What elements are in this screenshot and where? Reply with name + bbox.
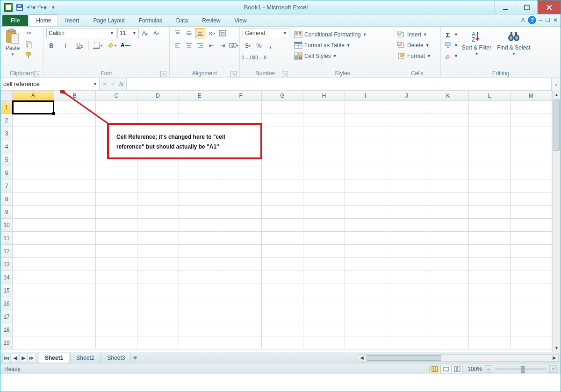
minimize-button[interactable] [494,0,516,14]
cell[interactable] [427,297,469,310]
tab-data[interactable]: Data [169,14,195,26]
cell[interactable] [54,206,95,219]
cell[interactable] [95,336,137,349]
cell[interactable] [510,336,552,349]
cell[interactable] [345,245,386,258]
cell[interactable] [54,297,95,310]
align-middle-button[interactable] [184,28,194,38]
font-size-dropdown[interactable]: 11▼ [117,28,139,38]
cell[interactable] [386,179,427,192]
new-sheet-button[interactable]: ✳ [133,355,137,361]
cell[interactable] [386,245,427,258]
row-header[interactable]: 3 [1,127,13,140]
cell[interactable] [427,271,469,284]
tab-home[interactable]: Home [29,14,58,26]
cell[interactable] [220,179,262,192]
cell[interactable] [220,297,262,310]
column-header[interactable]: F [220,91,262,101]
cell[interactable] [13,219,54,232]
cell[interactable] [510,192,552,206]
cell[interactable] [510,310,552,323]
column-header[interactable]: L [469,91,511,101]
cell[interactable] [262,336,303,349]
cell[interactable] [262,258,303,271]
underline-button[interactable]: U▾ [74,40,85,50]
cell[interactable] [13,179,54,192]
cell[interactable] [510,140,552,153]
cell[interactable] [262,245,303,258]
column-header[interactable]: G [262,91,303,101]
align-center-button[interactable] [184,40,194,50]
cell[interactable] [95,258,137,271]
cell[interactable] [95,245,137,258]
row-header[interactable]: 18 [1,323,13,336]
cell[interactable] [303,140,345,153]
cell[interactable] [303,323,345,336]
cell[interactable] [262,219,303,232]
column-header[interactable]: D [137,91,179,101]
cell[interactable] [54,140,95,153]
cell[interactable] [54,166,95,179]
cell[interactable] [427,310,469,323]
format-cells-button[interactable]: Format▼ [397,51,431,61]
scroll-down-button[interactable]: ▼ [553,343,561,352]
cell[interactable] [386,284,427,297]
cell[interactable] [179,206,220,219]
cell[interactable] [510,206,552,219]
cell[interactable] [179,245,220,258]
scroll-up-button[interactable]: ▲ [553,90,561,99]
cell[interactable] [427,258,469,271]
bold-button[interactable]: B [46,40,57,50]
cell[interactable] [345,179,386,192]
cell[interactable] [469,206,511,219]
cell[interactable] [510,127,552,140]
cell[interactable] [386,336,427,349]
insert-cells-button[interactable]: Insert▼ [397,30,427,39]
cell[interactable] [386,323,427,336]
row-header[interactable]: 19 [1,336,13,349]
cell[interactable] [345,114,386,127]
cell[interactable] [427,323,469,336]
fill-color-button[interactable]: ▾ [107,40,117,50]
cell[interactable] [303,101,345,114]
formula-input[interactable] [127,78,551,90]
column-header[interactable]: M [510,91,552,101]
cell[interactable] [95,166,137,179]
cell[interactable] [510,245,552,258]
cell[interactable] [137,271,179,284]
sheet-tab-1[interactable]: Sheet1 [39,353,69,363]
cell[interactable] [137,206,179,219]
cell[interactable] [386,140,427,153]
ribbon-minimize-button[interactable]: ᐱ [521,17,525,23]
font-family-dropdown[interactable]: Calibri▼ [46,28,116,38]
cell[interactable] [427,114,469,127]
cell[interactable] [469,101,511,114]
cell[interactable] [469,297,511,310]
cell[interactable] [262,310,303,323]
cell[interactable] [220,101,262,114]
maximize-button[interactable] [516,0,537,14]
cell[interactable] [303,245,345,258]
cell[interactable] [13,153,54,166]
cell[interactable] [386,258,427,271]
column-header[interactable]: H [303,91,345,101]
find-select-button[interactable]: Find & Select▼ [495,28,532,57]
font-launcher[interactable]: ↘ [160,71,166,77]
cell[interactable] [303,153,345,166]
tab-insert[interactable]: Insert [58,14,86,26]
horizontal-scrollbar[interactable]: ◀ ▶ [358,354,559,362]
cell[interactable] [469,192,511,206]
cell[interactable] [262,297,303,310]
cell[interactable] [54,192,95,206]
zoom-slider[interactable] [495,368,547,370]
row-header[interactable]: 7 [1,179,13,192]
decrease-decimal-button[interactable]: .00→.0 [254,52,264,63]
cell[interactable] [179,297,220,310]
cell[interactable] [95,179,137,192]
cell[interactable] [427,336,469,349]
sheet-nav-next[interactable]: ▶ [19,354,28,362]
delete-cells-button[interactable]: Delete▼ [397,41,430,50]
cell[interactable] [469,271,511,284]
paste-button[interactable]: Paste ▼ [3,28,22,57]
decrease-indent-button[interactable]: ⇤ [206,40,216,50]
